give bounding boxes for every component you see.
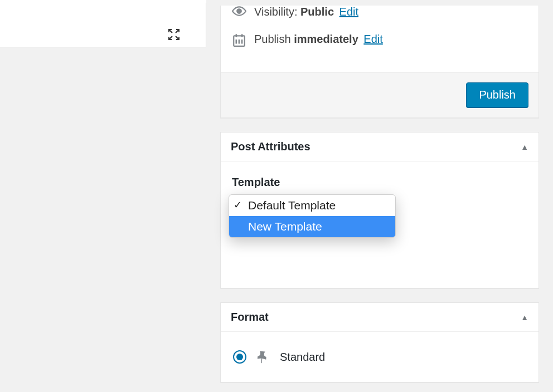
format-metabox: Format ▲ Standard xyxy=(220,302,539,383)
publish-actions: Publish xyxy=(221,72,539,117)
svg-rect-7 xyxy=(241,34,243,37)
sidebar: Visibility: Public Edit Publis xyxy=(206,0,553,392)
schedule-row: Publish immediately Edit xyxy=(232,33,528,47)
template-dropdown[interactable]: ✓ Default Template New Template xyxy=(229,194,396,238)
svg-rect-8 xyxy=(236,40,237,44)
format-standard-row: Standard xyxy=(233,349,528,365)
format-standard-label: Standard xyxy=(280,351,325,364)
post-attributes-metabox: Post Attributes ▲ Template ✓ Default Tem… xyxy=(220,132,539,288)
collapse-icon: ▲ xyxy=(521,313,528,322)
editor-area xyxy=(0,0,206,392)
template-option-default[interactable]: ✓ Default Template xyxy=(229,195,395,216)
edit-schedule-link[interactable]: Edit xyxy=(363,33,382,45)
svg-rect-6 xyxy=(236,34,237,37)
svg-rect-10 xyxy=(241,40,243,44)
pin-icon xyxy=(253,346,274,367)
publish-metabox: Visibility: Public Edit Publis xyxy=(220,6,539,118)
template-option-new[interactable]: New Template xyxy=(229,216,395,237)
format-standard-radio[interactable] xyxy=(233,350,246,364)
visibility-text: Visibility: Public Edit xyxy=(254,6,358,18)
svg-rect-9 xyxy=(239,40,240,44)
visibility-row: Visibility: Public Edit xyxy=(232,6,528,18)
edit-visibility-link[interactable]: Edit xyxy=(339,6,358,18)
post-attributes-title: Post Attributes xyxy=(231,140,311,153)
svg-point-4 xyxy=(237,9,241,13)
format-header[interactable]: Format ▲ xyxy=(221,303,539,332)
schedule-text: Publish immediately Edit xyxy=(254,33,383,46)
publish-button[interactable]: Publish xyxy=(466,82,528,107)
template-label: Template xyxy=(232,176,528,189)
calendar-icon xyxy=(232,33,246,47)
post-attributes-header[interactable]: Post Attributes ▲ xyxy=(221,133,539,161)
collapse-icon: ▲ xyxy=(521,143,528,151)
format-title: Format xyxy=(231,311,269,324)
eye-icon xyxy=(232,6,246,17)
fullscreen-icon[interactable] xyxy=(167,28,181,41)
check-icon: ✓ xyxy=(234,199,242,211)
